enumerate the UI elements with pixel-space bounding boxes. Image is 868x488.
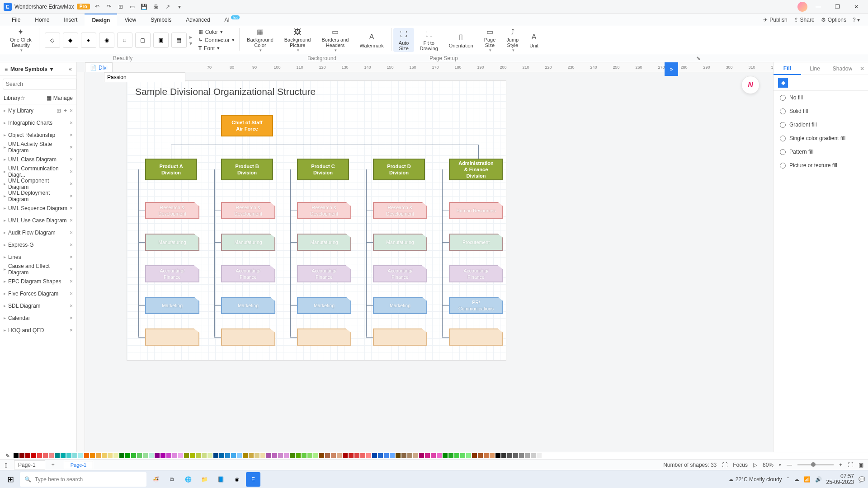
focus-label[interactable]: Focus (733, 462, 748, 468)
taskbar-app-food[interactable]: 🍜 (148, 472, 163, 487)
import-icon[interactable]: ⊞ (57, 108, 61, 114)
onedrive-icon[interactable]: ☁ (794, 476, 799, 483)
orientation[interactable]: ▯Orientation (443, 28, 479, 52)
color-swatch[interactable] (260, 453, 265, 458)
color-swatch[interactable] (372, 453, 377, 458)
fit-page-icon[interactable]: ⛶ (848, 462, 853, 468)
color-swatch[interactable] (19, 453, 24, 458)
color-swatch[interactable] (319, 453, 324, 458)
color-swatch[interactable] (437, 453, 442, 458)
dept-box[interactable] (449, 328, 503, 346)
dept-box[interactable] (297, 328, 351, 346)
menu-view[interactable]: View (117, 14, 143, 26)
page-size[interactable]: ▭Page Size▾ (479, 28, 501, 52)
division-box[interactable]: Product D Division (373, 159, 425, 180)
fill-option[interactable]: Solid fill (774, 104, 868, 118)
color-swatch[interactable] (78, 453, 83, 458)
dept-box[interactable] (221, 328, 275, 346)
menu-file[interactable]: File (5, 14, 28, 26)
remove-category-icon[interactable]: × (70, 242, 73, 248)
color-swatch[interactable] (84, 453, 89, 458)
dept-box[interactable]: Accounting/ Finance (297, 265, 351, 282)
print-icon[interactable]: 🖶 (151, 2, 160, 11)
category-item[interactable]: ▸UML Class Diagram× (0, 153, 76, 165)
dept-box[interactable]: Accounting/ Finance (449, 265, 503, 282)
undo-icon[interactable]: ↶ (93, 2, 102, 11)
color-swatch[interactable] (513, 453, 518, 458)
background-picture[interactable]: 🖼Background Picture▾ (279, 28, 316, 52)
color-swatch[interactable] (302, 453, 307, 458)
category-item[interactable]: ▸Five Forces Diagram× (0, 287, 76, 300)
close-icon[interactable]: ✕ (848, 0, 864, 14)
remove-category-icon[interactable]: × (70, 327, 73, 333)
color-swatch[interactable] (55, 453, 60, 458)
color-swatch[interactable] (407, 453, 412, 458)
remove-category-icon[interactable]: × (70, 132, 73, 138)
auto-size[interactable]: ⛶Auto Size (393, 28, 415, 52)
fill-option[interactable]: Single color gradient fill (774, 131, 868, 145)
color-swatch[interactable] (537, 453, 542, 458)
dept-box[interactable] (145, 328, 199, 346)
division-box[interactable]: Administration & Finance Division (449, 159, 503, 180)
dept-box[interactable]: Human Resources (449, 202, 503, 219)
my-library[interactable]: My Library (8, 108, 33, 114)
dept-box[interactable]: Manufaturing (145, 234, 199, 251)
color-swatch[interactable] (119, 453, 124, 458)
color-swatch[interactable] (525, 453, 530, 458)
color-swatch[interactable] (495, 453, 500, 458)
manage-link[interactable]: Manage (53, 95, 73, 101)
clock[interactable]: 07:5725-09-2023 (826, 474, 854, 485)
theme-font[interactable]: T Font ▾ (198, 45, 235, 52)
color-swatch[interactable] (419, 453, 424, 458)
color-swatch[interactable] (14, 453, 19, 458)
page-setup-expand-icon[interactable]: ⬊ (696, 55, 701, 61)
add-page-icon[interactable]: + (52, 462, 55, 468)
library-link[interactable]: Library (4, 95, 20, 101)
add-icon[interactable]: + (64, 108, 67, 114)
division-box[interactable]: Product C Division (297, 159, 349, 180)
background-color[interactable]: ▦Background Color▾ (241, 28, 279, 52)
dept-box[interactable]: Manufaturing (373, 234, 427, 251)
color-swatch[interactable] (519, 453, 524, 458)
task-view-icon[interactable]: ⧉ (165, 472, 179, 487)
windows-start-icon[interactable]: ⊞ (3, 472, 18, 487)
color-swatch[interactable] (202, 453, 207, 458)
color-swatch[interactable] (313, 453, 318, 458)
color-swatch[interactable] (184, 453, 189, 458)
category-item[interactable]: ▸Infographic Charts× (0, 117, 76, 129)
remove-category-icon[interactable]: × (70, 291, 73, 297)
color-swatch[interactable] (255, 453, 259, 458)
export-icon[interactable]: ↗ (163, 2, 172, 11)
remove-category-icon[interactable]: × (70, 315, 73, 321)
dept-box[interactable]: Manufaturing (297, 234, 351, 251)
redo-icon[interactable]: ↷ (104, 2, 113, 11)
remove-category-icon[interactable]: × (70, 303, 73, 309)
color-swatch[interactable] (425, 453, 430, 458)
color-swatch[interactable] (466, 453, 471, 458)
edge-icon[interactable]: 🌐 (181, 472, 195, 487)
color-swatch[interactable] (337, 453, 342, 458)
color-swatch[interactable] (102, 453, 107, 458)
color-swatch[interactable] (160, 453, 165, 458)
theme-connector[interactable]: ↳ Connector ▾ (198, 37, 235, 43)
color-swatch[interactable] (307, 453, 312, 458)
dept-box[interactable]: Marketing (221, 297, 275, 314)
category-item[interactable]: ▸UML Use Case Diagram× (0, 214, 76, 226)
watermark[interactable]: AWatermark (354, 28, 389, 52)
color-swatch[interactable] (25, 453, 30, 458)
color-swatch[interactable] (90, 453, 95, 458)
color-swatch[interactable] (249, 453, 254, 458)
color-swatch[interactable] (296, 453, 301, 458)
menu-insert[interactable]: Insert (57, 14, 85, 26)
remove-category-icon[interactable]: × (70, 120, 73, 126)
panel-close-icon[interactable]: ✕ (856, 66, 868, 72)
division-box[interactable]: Product B Division (221, 159, 273, 180)
color-swatch[interactable] (460, 453, 465, 458)
dept-box[interactable]: Marketing (297, 297, 351, 314)
color-swatch[interactable] (149, 453, 154, 458)
dept-box[interactable]: PR/ Communications (449, 297, 503, 314)
presentation-icon[interactable]: ▷ (753, 462, 757, 468)
color-swatch[interactable] (61, 453, 66, 458)
focus-mode-icon[interactable]: ⛶ (722, 462, 727, 468)
open-icon[interactable]: ▭ (128, 2, 137, 11)
